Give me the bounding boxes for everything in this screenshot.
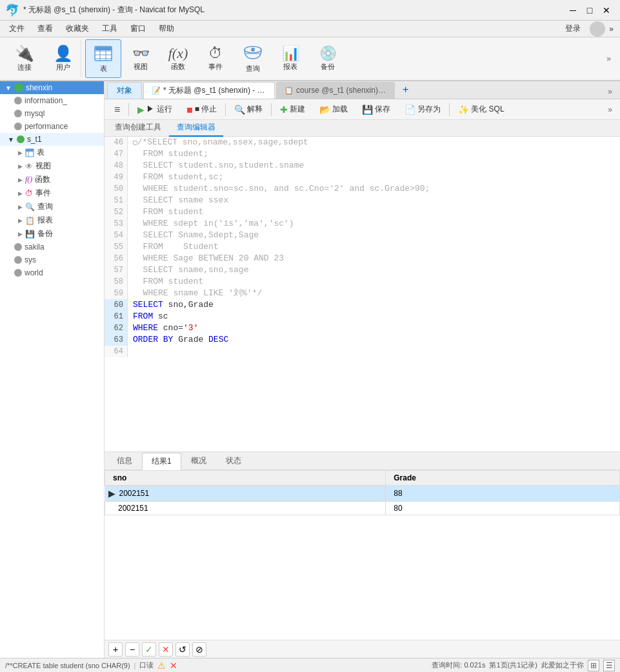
confirm-button[interactable]: ✓ [142, 642, 156, 657]
menu-favorites[interactable]: 收藏夹 [59, 22, 95, 35]
sidebar-item-world[interactable]: world [0, 266, 104, 279]
remove-row-button[interactable]: − [125, 642, 139, 657]
menu-file[interactable]: 文件 [3, 22, 31, 35]
toolbar-user[interactable]: 👤 用户 [45, 39, 81, 78]
save-button[interactable]: 💾 保存 [356, 101, 396, 117]
sub-tab-builder[interactable]: 查询创建工具 [107, 119, 169, 137]
table-section-icon [25, 148, 34, 157]
menu-login[interactable]: 登录 [559, 22, 587, 35]
sidebar-section-backup[interactable]: ▶ 💾 备份 [0, 227, 104, 241]
stop-button[interactable]: ◼ ■ 停止 [181, 101, 223, 117]
close-button[interactable]: ✕ [598, 4, 615, 17]
menu-window[interactable]: 窗口 [124, 22, 152, 35]
table-row[interactable]: 2002151 80 [105, 502, 620, 515]
line-num-57: 57 [105, 264, 128, 276]
menu-view[interactable]: 查看 [31, 22, 59, 35]
sql-line-62: 62 WHERE cno='3' [105, 322, 620, 334]
load-icon: 📂 [319, 104, 330, 115]
result-tab-status[interactable]: 状态 [216, 452, 251, 469]
view-label: 视图 [134, 62, 148, 72]
menu-help[interactable]: 帮助 [152, 22, 181, 35]
sub-tab-editor[interactable]: 查询编辑器 [169, 119, 223, 137]
line-num-48: 48 [105, 160, 128, 172]
beautify-button[interactable]: ✨ 美化 SQL [452, 101, 510, 117]
result-area: 信息 结果1 概况 状态 [105, 451, 620, 658]
line-content-58: FROM student [128, 276, 203, 288]
load-button[interactable]: 📂 加载 [314, 101, 354, 117]
sidebar-section-report[interactable]: ▶ 📋 报表 [0, 213, 104, 227]
run-button[interactable]: ▶ ▶ 运行 [132, 101, 177, 117]
toolbar-more[interactable]: » [603, 52, 615, 66]
save-as-button[interactable]: 📄 另存为 [399, 101, 446, 117]
table-row[interactable]: ▶ 2002151 88 [105, 486, 620, 502]
delete-button[interactable]: ✕ [159, 642, 173, 657]
sidebar-section-view[interactable]: ▶ 👁 视图 [0, 159, 104, 173]
db-icon-perf [14, 123, 22, 130]
sql-line-63: 63 ORDER BY Grade DESC [105, 334, 620, 346]
expand-query: ▶ [18, 204, 23, 210]
view-label: 视图 [35, 161, 51, 172]
toolbar-connect[interactable]: 🔌 连接 [5, 39, 44, 78]
sidebar-item-mysql[interactable]: mysql [0, 107, 104, 120]
sidebar-item-sys[interactable]: sys [0, 253, 104, 266]
table-icon [93, 44, 114, 63]
tab-query[interactable]: 📝 * 无标题 @s_t1 (shenxin) - 查... [143, 82, 275, 99]
stop-row-button[interactable]: ⊘ [192, 642, 206, 657]
sql-line-49: 49 FROM student,sc; [105, 172, 620, 183]
view-grid-icon[interactable]: ⊞ [588, 660, 599, 671]
query-toolbar-more[interactable]: » [604, 103, 616, 117]
title-bar: 🐬 * 无标题 @s_t1 (shenxin) - 查询 - Navicat f… [0, 0, 620, 21]
result-tab-result1[interactable]: 结果1 [142, 453, 181, 470]
sidebar-header[interactable]: ▼ shenxin [0, 81, 104, 94]
status-query-time: 查询时间: 0.021s [432, 660, 485, 670]
sql-line-54: 54 SELECT Sname,Sdept,Sage [105, 230, 620, 241]
menu-avatar[interactable] [590, 21, 605, 37]
maximize-button[interactable]: □ [581, 4, 598, 17]
line-num-59: 59 [105, 288, 128, 299]
tab-objects[interactable]: 对象 [107, 82, 142, 99]
tab-table[interactable]: 📋 course @s_t1 (shenxin) - 表 [276, 82, 395, 99]
toolbar-view[interactable]: 👓 视图 [123, 39, 159, 78]
sidebar-item-s-t1[interactable]: ▼ s_t1 [0, 133, 104, 146]
line-num-58: 58 [105, 276, 128, 288]
stop-icon: ◼ [186, 105, 193, 114]
sidebar-section-func[interactable]: ▶ f() 函数 [0, 173, 104, 186]
status-read: 口读 [139, 660, 154, 670]
sidebar-title: shenxin [26, 83, 52, 92]
toolbar-report[interactable]: 📊 报表 [272, 39, 308, 78]
tab-add[interactable]: + [396, 82, 415, 97]
sql-line-59: 59 WHERE sname LIKE '刘%'*/ [105, 288, 620, 299]
toolbar-backup[interactable]: 💿 备份 [310, 39, 346, 78]
hamburger-button[interactable]: ≡ [108, 101, 126, 118]
menu-tools[interactable]: 工具 [95, 22, 124, 35]
toolbar-event[interactable]: ⏱ 事件 [197, 39, 234, 78]
refresh-button[interactable]: ↺ [175, 642, 190, 657]
add-row-button[interactable]: + [108, 642, 123, 657]
divider3 [271, 103, 272, 116]
sidebar-section-query[interactable]: ▶ 🔍 查询 [0, 200, 104, 213]
sidebar-section-event[interactable]: ▶ ⏱ 事件 [0, 186, 104, 200]
result-tab-overview[interactable]: 概况 [181, 452, 216, 469]
minimize-button[interactable]: ─ [565, 4, 581, 17]
line-content-46: ▢/*SELECT sno,sname,ssex,sage,sdept [128, 137, 308, 148]
explain-button[interactable]: 🔍 解释 [228, 101, 268, 117]
menu-more[interactable]: » [605, 23, 617, 35]
line-content-51: SELECT sname ssex [128, 195, 228, 206]
line-content-56: WHERE Sage BETWEEN 20 AND 23 [128, 253, 284, 264]
line-num-50: 50 [105, 183, 128, 195]
toolbar-query[interactable]: 查询 [235, 39, 271, 78]
line-num-54: 54 [105, 230, 128, 241]
toolbar-table[interactable]: 表 [85, 39, 121, 78]
sidebar-section-table[interactable]: ▶ 表 [0, 146, 104, 159]
sql-editor[interactable]: 46 ▢/*SELECT sno,sname,ssex,sage,sdept 4… [105, 137, 620, 451]
result-table: sno Grade ▶ 2002151 [105, 470, 620, 515]
run-icon: ▶ [137, 104, 145, 115]
sidebar-item-information[interactable]: information_ [0, 94, 104, 107]
tab-more[interactable]: » [603, 84, 617, 99]
result-tab-info[interactable]: 信息 [107, 452, 142, 469]
sidebar-item-sakila[interactable]: sakila [0, 241, 104, 253]
sidebar-item-performance[interactable]: performance [0, 120, 104, 133]
new-button[interactable]: ✚ 新建 [274, 101, 311, 117]
view-list-icon[interactable]: ☰ [603, 660, 615, 671]
toolbar-function[interactable]: f(x) 函数 [160, 39, 196, 78]
